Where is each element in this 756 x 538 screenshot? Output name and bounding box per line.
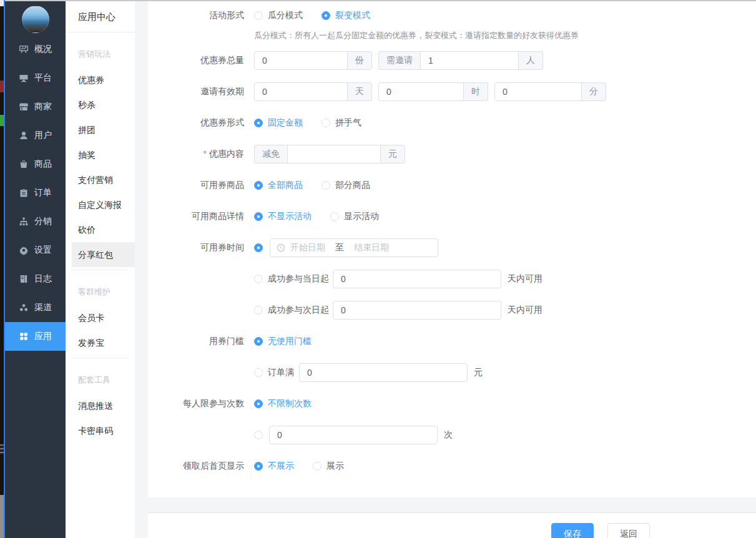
field-label: 可用券商品	[148, 180, 244, 191]
sidebar-item-channel[interactable]: 渠道	[5, 293, 66, 322]
next-day-days-input[interactable]	[333, 301, 501, 320]
field-label: 可用商品详情	[148, 211, 244, 222]
radio-icon	[322, 119, 330, 127]
form-row-order-threshold: 订单满 元	[148, 363, 756, 382]
validity-days-input[interactable]	[254, 82, 348, 101]
order-icon	[18, 188, 29, 198]
radio-no-threshold[interactable]: 无使用门槛	[254, 336, 312, 347]
sidebar-item-label: 日志	[34, 273, 52, 285]
subnav-item-message-push[interactable]: 消息推送	[66, 393, 135, 418]
subnav-item-lottery[interactable]: 抽奖	[66, 142, 135, 167]
form-row-participation-limit: 每人限参与次数 不限制次数	[148, 394, 756, 413]
subnav-group-label-tools: 配套工具	[66, 358, 135, 393]
subnav-item-coupon[interactable]: 优惠券	[66, 67, 135, 92]
coupon-total-input[interactable]	[254, 51, 348, 70]
channel-icon	[18, 303, 29, 313]
radio-fixed-amount[interactable]: 固定金额	[254, 117, 303, 129]
subnav-item-bargain[interactable]: 砍价	[66, 217, 135, 242]
radio-icon	[254, 119, 263, 127]
radio-icon	[254, 275, 263, 283]
form-row-custom-times: 次	[148, 426, 756, 444]
validity-hours-input[interactable]	[378, 82, 464, 101]
radio-order-over[interactable]: 订单满	[254, 367, 294, 378]
user-icon	[18, 130, 29, 141]
radio-icon	[254, 11, 263, 20]
radio-lucky-amount[interactable]: 拼手气	[322, 117, 361, 129]
radio-date-range[interactable]	[254, 243, 263, 252]
subnav-item-coupon-tool[interactable]: 发券宝	[66, 330, 135, 355]
avatar[interactable]	[22, 6, 49, 33]
date-range-picker[interactable]: 开始日期 至 结束日期	[270, 238, 438, 257]
discount-amount-input[interactable]	[287, 145, 381, 164]
apps-icon	[18, 331, 29, 342]
radio-icon	[254, 399, 263, 408]
sidebar-item-goods[interactable]: 商品	[5, 150, 66, 179]
sidebar-item-order[interactable]: 订单	[5, 179, 66, 207]
sidebar-item-platform[interactable]: 平台	[5, 64, 66, 92]
subnav-item-payment-marketing[interactable]: 支付营销	[66, 167, 135, 192]
invite-count-input[interactable]	[420, 51, 519, 70]
form-row-applicable-products: 可用券商品 全部商品 部分商品	[148, 176, 756, 195]
radio-next-day[interactable]: 成功参与次日起	[254, 305, 329, 316]
form-row-discount-content: *优惠内容 减免 元	[148, 145, 756, 164]
radio-custom-times[interactable]	[254, 431, 263, 439]
field-label: 每人限参与次数	[148, 398, 244, 409]
radio-partial-products[interactable]: 部分商品	[322, 180, 370, 191]
subnav-item-card-code[interactable]: 卡密串码	[66, 418, 135, 443]
same-day-days-input[interactable]	[333, 270, 501, 288]
unit-addon: 时	[464, 82, 488, 101]
field-label: 用券门槛	[148, 336, 244, 347]
radio-icon	[254, 462, 263, 471]
sidebar-item-overview[interactable]: 概况	[5, 35, 66, 64]
radio-display[interactable]: 展示	[313, 461, 344, 472]
form-row-product-detail: 可用商品详情 不显示活动 显示活动	[148, 207, 756, 226]
subnav-item-member-card[interactable]: 会员卡	[66, 305, 135, 330]
radio-no-display[interactable]: 不展示	[254, 461, 294, 472]
primary-sidebar: 概况 平台 商家 用户 商品	[5, 0, 66, 538]
distribution-icon	[18, 217, 29, 227]
radio-all-products[interactable]: 全部商品	[254, 180, 303, 191]
log-icon	[18, 274, 29, 285]
sidebar-item-merchant[interactable]: 商家	[5, 92, 66, 121]
window-top-border	[5, 0, 756, 1]
date-separator: 至	[335, 242, 344, 253]
sidebar-item-label: 平台	[34, 72, 52, 84]
sidebar-item-log[interactable]: 日志	[5, 265, 66, 293]
required-mark: *	[204, 149, 207, 159]
radio-unlimited-times[interactable]: 不限制次数	[254, 398, 312, 409]
radio-icon	[254, 368, 263, 377]
subnav-item-flash-sale[interactable]: 秒杀	[66, 92, 135, 117]
custom-times-input[interactable]	[269, 426, 438, 444]
radio-same-day[interactable]: 成功参与当日起	[254, 273, 329, 285]
subnav-item-custom-poster[interactable]: 自定义海报	[66, 192, 135, 217]
form-row-coupon-total: 优惠券总量 份 需邀请 人	[148, 51, 756, 70]
unit-addon: 天	[348, 82, 372, 101]
form-row-activity-type: 活动形式 瓜分模式 裂变模式	[148, 6, 756, 25]
validity-minutes-input[interactable]	[494, 82, 582, 101]
radio-icon	[313, 462, 322, 471]
subnav-item-group-buy[interactable]: 拼团	[66, 117, 135, 142]
radio-show-activity[interactable]: 显示活动	[330, 211, 379, 222]
form-row-coupon-form: 优惠券形式 固定金额 拼手气	[148, 114, 756, 132]
radio-fission-mode[interactable]: 裂变模式	[322, 10, 370, 21]
app-screen: 概况 平台 商家 用户 商品	[0, 0, 756, 538]
form-row-same-day: 成功参与当日起 天内可用	[148, 270, 756, 288]
field-label: 邀请有效期	[148, 86, 244, 97]
start-date-placeholder: 开始日期	[290, 242, 325, 253]
back-button[interactable]: 返回	[607, 523, 650, 538]
save-button[interactable]: 保存	[551, 523, 594, 538]
radio-hide-activity[interactable]: 不显示活动	[254, 211, 312, 222]
field-label: 可用券时间	[148, 242, 244, 253]
sidebar-item-settings[interactable]: 设置	[5, 236, 66, 265]
field-label: *优惠内容	[148, 149, 244, 160]
sidebar-item-distribution[interactable]: 分销	[5, 207, 66, 236]
form-panel: 活动形式 瓜分模式 裂变模式 瓜分模式：所有人一起瓜分固定金额的优惠券，裂变模式…	[148, 1, 756, 497]
sidebar-item-user[interactable]: 用户	[5, 121, 66, 150]
radio-split-mode[interactable]: 瓜分模式	[254, 10, 303, 21]
subnav-item-share-red-packet[interactable]: 分享红包	[72, 242, 135, 267]
sidebar-item-apps[interactable]: 应用	[5, 322, 66, 351]
red-packet-form: 活动形式 瓜分模式 裂变模式 瓜分模式：所有人一起瓜分固定金额的优惠券，裂变模式…	[148, 1, 756, 476]
radio-icon	[330, 212, 339, 221]
order-amount-input[interactable]	[299, 363, 468, 382]
unit-addon: 份	[348, 51, 372, 70]
